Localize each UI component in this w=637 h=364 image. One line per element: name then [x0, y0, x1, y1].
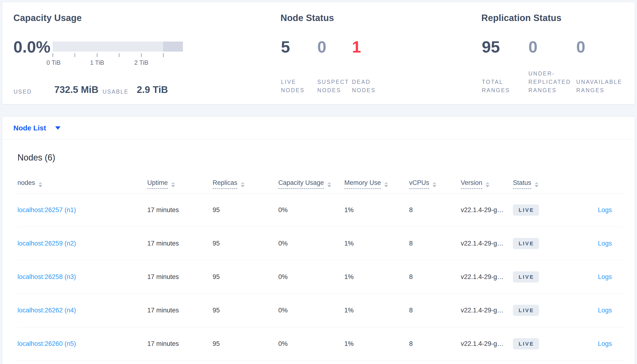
column-header-replicas[interactable]: Replicas	[213, 179, 278, 189]
column-header-vcpus[interactable]: vCPUs	[409, 179, 461, 189]
column-header-version[interactable]: Version	[461, 179, 513, 189]
replicas-cell: 95	[213, 273, 278, 281]
capacity-used-percent: 0.0%	[14, 38, 51, 56]
logs-link[interactable]: Logs	[598, 273, 612, 280]
dead-nodes-label: DEAD NODES	[352, 78, 376, 94]
node-list-dropdown-label: Node List	[14, 124, 46, 132]
axis-tick	[97, 53, 97, 57]
chevron-down-icon	[55, 126, 61, 130]
capacity-cell: 0%	[278, 273, 344, 281]
column-header-capacity-usage[interactable]: Capacity Usage	[278, 179, 344, 189]
node-list-card: Node List Nodes (6) nodes Uptime Replica…	[2, 116, 635, 364]
live-nodes-label: LIVE NODES	[281, 78, 305, 94]
replicas-cell: 95	[213, 307, 278, 314]
nodes-table: nodes Uptime Replicas Capacity Usage Mem…	[18, 172, 623, 361]
total-ranges-label: TOTAL RANGES	[482, 78, 510, 94]
status-badge: LIVE	[513, 271, 539, 282]
used-value: 732.5 MiB	[54, 84, 99, 95]
sort-icon	[39, 182, 42, 187]
logs-link[interactable]: Logs	[598, 206, 612, 214]
sort-icon	[486, 182, 489, 187]
suspect-nodes-count: 0	[317, 38, 327, 56]
table-row: localhost:26259 (n2) 17 minutes 95 0% 1%…	[18, 227, 623, 260]
version-cell: v22.1.4-29-g…	[461, 273, 513, 281]
memory-cell: 1%	[344, 240, 409, 247]
uptime-cell: 17 minutes	[147, 273, 213, 281]
capacity-cell: 0%	[278, 240, 344, 247]
version-cell: v22.1.4-29-g…	[461, 307, 513, 314]
nodes-count-heading: Nodes (6)	[18, 152, 635, 163]
column-header-nodes[interactable]: nodes	[18, 179, 147, 187]
memory-cell: 1%	[344, 273, 409, 281]
logs-link[interactable]: Logs	[598, 307, 612, 314]
usable-label: USABLE	[103, 88, 129, 95]
capacity-cell: 0%	[278, 340, 344, 348]
capacity-cell: 0%	[278, 206, 344, 214]
axis-tick	[141, 53, 142, 57]
axis-tick	[119, 53, 119, 57]
capacity-usage-title: Capacity Usage	[14, 13, 82, 23]
unavailable-ranges-count: 0	[576, 38, 585, 56]
replicas-cell: 95	[213, 206, 278, 214]
unavailable-ranges-label: UNAVAILABLE RANGES	[576, 78, 622, 94]
axis-tick-label: 0 TiB	[46, 59, 61, 66]
nodes-table-header: nodes Uptime Replicas Capacity Usage Mem…	[18, 172, 623, 194]
table-row: localhost:26258 (n3) 17 minutes 95 0% 1%…	[18, 260, 623, 294]
logs-link[interactable]: Logs	[598, 340, 612, 347]
version-cell: v22.1.4-29-g…	[461, 206, 513, 214]
sort-icon	[327, 182, 331, 187]
memory-cell: 1%	[344, 340, 409, 348]
vcpus-cell: 8	[409, 206, 461, 214]
sort-icon	[171, 182, 175, 187]
replicas-cell: 95	[213, 240, 278, 247]
sort-icon	[433, 182, 436, 187]
vcpus-cell: 8	[409, 340, 461, 348]
capacity-bar-tail	[163, 42, 183, 52]
logs-link[interactable]: Logs	[598, 240, 612, 247]
capacity-usage-bar	[53, 42, 183, 52]
replicas-cell: 95	[213, 340, 278, 348]
status-badge: LIVE	[513, 204, 539, 216]
vcpus-cell: 8	[409, 273, 461, 281]
under-replicated-ranges-label: UNDER- REPLICATED RANGES	[528, 70, 571, 94]
column-header-uptime[interactable]: Uptime	[147, 179, 213, 189]
status-badge: LIVE	[513, 338, 539, 350]
usable-value: 2.9 TiB	[137, 84, 168, 95]
node-link[interactable]: localhost:26259 (n2)	[18, 240, 76, 247]
uptime-cell: 17 minutes	[147, 240, 213, 247]
sort-icon	[241, 182, 245, 187]
axis-tick-label: 1 TiB	[90, 59, 104, 66]
node-link[interactable]: localhost:26260 (n5)	[18, 340, 76, 347]
status-badge: LIVE	[513, 238, 539, 249]
total-ranges-count: 95	[482, 38, 500, 56]
node-link[interactable]: localhost:26258 (n3)	[18, 273, 76, 280]
status-badge: LIVE	[513, 305, 539, 316]
cluster-summary-card: Capacity Usage 0.0% 0 TiB 1 TiB 2 TiB US…	[2, 2, 635, 104]
node-status-title: Node Status	[280, 13, 334, 23]
table-row: localhost:26262 (n4) 17 minutes 95 0% 1%…	[18, 294, 623, 327]
axis-tick	[53, 53, 53, 57]
version-cell: v22.1.4-29-g…	[461, 340, 513, 348]
axis-tick-label: 2 TiB	[134, 59, 148, 66]
replication-status-title: Replication Status	[481, 13, 561, 23]
capacity-cell: 0%	[278, 307, 344, 314]
uptime-cell: 17 minutes	[147, 307, 213, 314]
version-cell: v22.1.4-29-g…	[461, 240, 513, 247]
node-link[interactable]: localhost:26262 (n4)	[18, 307, 76, 314]
memory-cell: 1%	[344, 307, 409, 314]
node-list-dropdown[interactable]: Node List	[2, 116, 635, 140]
vcpus-cell: 8	[409, 307, 461, 314]
column-header-status[interactable]: Status	[513, 179, 575, 189]
sort-icon	[535, 182, 538, 187]
uptime-cell: 17 minutes	[147, 206, 213, 214]
suspect-nodes-label: SUSPECT NODES	[317, 78, 349, 94]
sort-icon	[384, 182, 388, 187]
live-nodes-count: 5	[281, 38, 290, 56]
node-link[interactable]: localhost:26257 (n1)	[18, 206, 76, 214]
column-header-memory-use[interactable]: Memory Use	[344, 179, 409, 189]
vcpus-cell: 8	[409, 240, 461, 247]
table-row: localhost:26260 (n5) 17 minutes 95 0% 1%…	[18, 327, 623, 361]
memory-cell: 1%	[344, 206, 409, 214]
axis-tick	[163, 53, 164, 57]
uptime-cell: 17 minutes	[147, 340, 213, 348]
